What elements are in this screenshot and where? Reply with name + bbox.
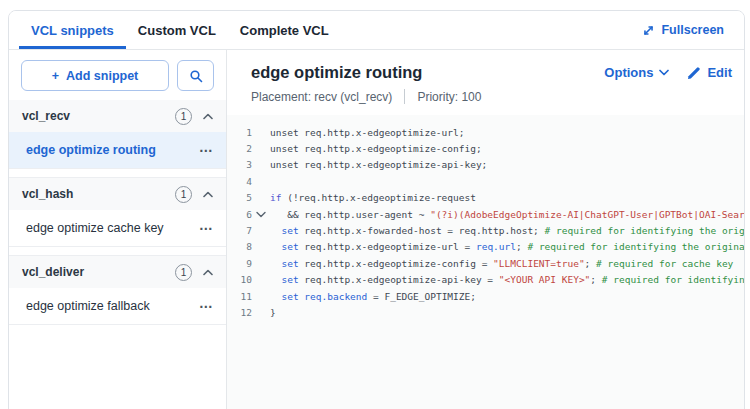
code-token: unset req.http.x-edgeoptimize-config; [270,143,482,154]
section-header-vcl-deliver[interactable]: vcl_deliver1 [9,256,226,288]
code-line: 7 set req.http.x-fowarded-host = req.htt… [227,222,744,238]
placement-text: Placement: recv (vcl_recv) [251,90,392,104]
line-number: 5 [227,192,252,203]
pencil-icon [687,66,701,80]
code-text: unset req.http.x-edgeoptimize-api-key; [270,159,487,170]
line-number: 3 [227,159,252,170]
section-header-vcl-recv[interactable]: vcl_recv1 [9,100,226,132]
code-token: set [281,241,298,252]
priority-text: Priority: 100 [417,90,481,104]
code-text: unset req.http.x-edgeoptimize-config; [270,143,482,154]
code-token [270,274,281,285]
code-token: unset req.http.x-edgeoptimize-api-key; [270,159,487,170]
code-token [270,258,281,269]
code-token: # required for identifying [602,274,744,285]
code-text: set req.http.x-fowarded-host = req.http.… [270,225,744,236]
chevron-up-icon [203,269,213,276]
fullscreen-button[interactable]: Fullscreen [642,11,734,49]
tab-complete-vcl[interactable]: Complete VCL [228,11,341,49]
snippet-count-badge: 1 [175,264,192,281]
code-line: 2unset req.http.x-edgeoptimize-config; [227,140,744,156]
code-line: 11 set req.backend = F_EDGE_OPTIMIZE; [227,288,744,304]
code-token: req.http.x-edgeoptimize-url = [299,241,476,252]
search-snippets-button[interactable] [177,60,214,91]
code-text: set req.http.x-edgeoptimize-config = "LL… [270,258,733,269]
line-number: 9 [227,258,252,269]
chevron-up-icon [203,113,213,120]
snippet-detail: edge optimize routing Options [227,50,744,409]
code-token: req.http.x-fowarded-host = req.http.host… [299,225,545,236]
ellipsis-menu-icon[interactable]: ⋯ [199,143,213,157]
code-token: = F_EDGE_OPTIMIZE; [367,291,476,302]
code-token: set [281,274,298,285]
code-text: && req.http.user-agent ~ "(?i)(AdobeEdge… [270,209,744,220]
tab-bar-tabs: VCL snippetsCustom VCLComplete VCL [19,11,341,49]
edit-button[interactable]: Edit [687,65,732,80]
vcl-editor-panel: VCL snippetsCustom VCLComplete VCL Fulls… [8,10,745,409]
code-line: 9 set req.http.x-edgeoptimize-config = "… [227,255,744,271]
line-number: 7 [227,225,252,236]
code-token: ; [585,258,596,269]
snippet-item-edge-optimize-routing[interactable]: edge optimize routing⋯ [9,132,226,168]
code-line: 6 && req.http.user-agent ~ "(?i)(AdobeEd… [227,206,744,222]
code-token: ; [590,274,601,285]
code-token: set [281,291,298,302]
ellipsis-menu-icon[interactable]: ⋯ [199,299,213,313]
code-token: ; [516,241,527,252]
code-line: 8 set req.http.x-edgeoptimize-url = req.… [227,239,744,255]
code-token [270,291,281,302]
vcl-code-viewer[interactable]: 1unset req.http.x-edgeoptimize-url;2unse… [227,115,744,409]
section-header-vcl-hash[interactable]: vcl_hash1 [9,178,226,210]
code-token: unset req.http.x-edgeoptimize-url; [270,127,464,138]
code-token: # required for cache key [596,258,733,269]
tab-custom-vcl[interactable]: Custom VCL [126,11,228,49]
code-token: req.http.x-edgeoptimize-api-key = [299,274,499,285]
code-text: } [270,307,276,318]
line-number: 4 [227,176,252,187]
fold-chevron-down-icon[interactable] [252,211,270,218]
snippet-meta: Placement: recv (vcl_recv) Priority: 100 [251,89,732,104]
search-icon [189,69,203,83]
code-line: 4 [227,173,744,189]
code-token [270,241,281,252]
tab-vcl-snippets[interactable]: VCL snippets [19,11,126,49]
line-number: 8 [227,241,252,252]
sidebar-controls: + Add snippet [9,60,226,91]
code-text: unset req.http.x-edgeoptimize-url; [270,127,464,138]
snippet-item-edge-optimize-cache-key[interactable]: edge optimize cache key⋯ [9,210,226,246]
code-token: "(?i)(AdobeEdgeOptimize-AI|ChatGPT-User|… [430,209,744,220]
snippet-item-edge-optimize-fallback[interactable]: edge optimize fallback⋯ [9,288,226,324]
line-number: 12 [227,307,252,318]
snippet-detail-header: edge optimize routing Options [227,50,744,115]
code-line: 12} [227,304,744,320]
snippet-section-vcl-deliver: vcl_deliver1edge optimize fallback⋯ [9,255,226,325]
code-token: # required for identifying the original [527,241,744,252]
code-token: if [270,192,281,203]
code-token: # required for identifying the origin [545,225,744,236]
snippet-sidebar: + Add snippet vcl_recv1edge optimize rou… [9,50,227,409]
code-token: } [270,307,276,318]
line-number: 1 [227,127,252,138]
snippet-section-vcl-recv: vcl_recv1edge optimize routing⋯ [9,100,226,169]
fullscreen-label: Fullscreen [661,23,724,37]
options-dropdown[interactable]: Options [604,65,669,80]
ellipsis-menu-icon[interactable]: ⋯ [199,221,213,235]
code-token: set [281,225,298,236]
edit-label: Edit [707,65,732,80]
code-token: && req.http.user-agent ~ [270,209,430,220]
chevron-down-icon [659,69,669,76]
code-text: set req.backend = F_EDGE_OPTIMIZE; [270,291,476,302]
plus-icon: + [52,69,59,83]
section-name: vcl_recv [22,109,175,123]
code-line: 1unset req.http.x-edgeoptimize-url; [227,124,744,140]
snippet-section-list: vcl_recv1edge optimize routing⋯vcl_hash1… [9,100,226,325]
add-snippet-button[interactable]: + Add snippet [21,60,169,91]
code-line: 5if (!req.http.x-edgeoptimize-request [227,190,744,206]
code-text: set req.http.x-edgeoptimize-api-key = "<… [270,274,744,285]
line-number: 10 [227,274,252,285]
code-token: set [281,258,298,269]
code-token: req.http.x-edgeoptimize-config = [299,258,493,269]
section-name: vcl_hash [22,187,175,201]
code-token: "LLMCLIENT=true" [493,258,585,269]
code-line: 10 set req.http.x-edgeoptimize-api-key =… [227,272,744,288]
